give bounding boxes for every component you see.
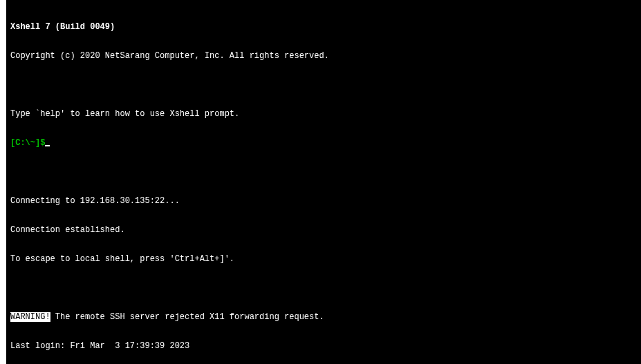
cursor-icon [45,145,50,146]
app-title: Xshell 7 (Build 0049) [10,22,637,32]
local-prompt-prefix: [C:\~]$ [10,138,45,148]
connecting-text: Connecting to 192.168.30.135:22... [10,196,637,206]
warning-tag: WARNING! [10,312,50,322]
copyright-text: Copyright (c) 2020 NetSarang Computer, I… [10,51,637,61]
blank-line [10,167,637,177]
blank-line [10,283,637,293]
warning-line: WARNING! The remote SSH server rejected … [10,312,637,322]
local-prompt-line[interactable]: [C:\~]$ [10,138,637,148]
escape-hint-text: To escape to local shell, press 'Ctrl+Al… [10,254,637,264]
terminal-window[interactable]: Xshell 7 (Build 0049) Copyright (c) 2020… [6,0,641,364]
help-text: Type `help' to learn how to use Xshell p… [10,109,637,119]
warning-text: The remote SSH server rejected X11 forwa… [50,312,324,322]
connection-established-text: Connection established. [10,225,637,235]
last-login-text: Last login: Fri Mar 3 17:39:39 2023 [10,341,637,351]
blank-line [10,80,637,90]
